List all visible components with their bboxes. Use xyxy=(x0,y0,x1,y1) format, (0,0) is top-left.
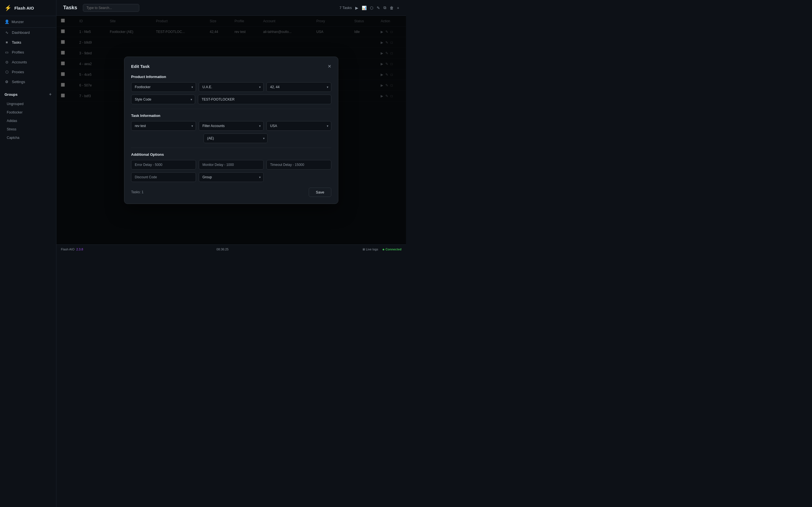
locale-spacer xyxy=(131,133,201,143)
modal-close-button[interactable]: ✕ xyxy=(327,64,331,69)
group-item-adidas[interactable]: Adidas xyxy=(0,117,56,125)
logo-icon: ⚡ xyxy=(4,4,11,11)
main-area: Tasks 7 Tasks ▶ 📊 ⬡ ✎ ⧉ 🗑 + ID Site Prod… xyxy=(56,0,406,253)
sidebar-item-accounts[interactable]: ⊙ Accounts xyxy=(0,57,56,67)
task-info-row1: rev test Filter Accounts USA xyxy=(131,121,331,131)
country-select[interactable]: USA xyxy=(266,121,331,131)
trash-icon[interactable]: 🗑 xyxy=(390,6,394,10)
sidebar-item-settings[interactable]: ⚙ Settings xyxy=(0,77,56,87)
tasks-icon: ≡ xyxy=(4,40,9,45)
group-item-captcha[interactable]: Captcha xyxy=(0,133,56,142)
edit-icon[interactable]: ✎ xyxy=(377,6,380,10)
proxies-icon: ⬡ xyxy=(4,70,9,74)
connected-status: Connected xyxy=(383,247,402,251)
modal-title: Edit Task xyxy=(131,64,150,69)
task-count: 7 Tasks xyxy=(340,6,352,10)
topbar: Tasks 7 Tasks ▶ 📊 ⬡ ✎ ⧉ 🗑 + xyxy=(56,0,406,16)
status-app-info: Flash AIO 2.3.8 xyxy=(61,247,83,251)
accounts-icon: ⊙ xyxy=(4,60,9,64)
profile-select[interactable]: rev test xyxy=(131,121,196,131)
region-select-wrapper: U.A.E. xyxy=(199,82,264,92)
sidebar-label-dashboard: Dashboard xyxy=(12,31,30,35)
site-select-wrapper: Footlocker xyxy=(131,82,196,92)
sidebar-item-tasks[interactable]: ≡ Tasks xyxy=(0,38,56,47)
size-select[interactable]: 42, 44 xyxy=(266,82,331,92)
site-select[interactable]: Footlocker xyxy=(131,82,196,92)
settings-icon: ⚙ xyxy=(4,80,9,84)
statusbar: Flash AIO 2.3.8 08:36:25 🖥 Live logs Con… xyxy=(56,244,406,253)
additional-options-row1 xyxy=(131,160,331,170)
dashboard-icon: ∿ xyxy=(4,31,9,35)
product-info-row1: Footlocker U.A.E. 42, 44 xyxy=(131,82,331,92)
tasks-count: Tasks: 1 xyxy=(131,190,144,194)
chart-icon[interactable]: 📊 xyxy=(362,6,366,10)
group-select[interactable]: Group xyxy=(199,172,264,182)
edit-task-modal: Edit Task ✕ Product Information Footlock… xyxy=(124,57,338,204)
sidebar-label-proxies: Proxies xyxy=(12,70,24,74)
error-delay-input[interactable] xyxy=(131,160,196,170)
style-code-select[interactable]: Style Code xyxy=(131,95,195,104)
sidebar-header: ⚡ Flash AIO xyxy=(0,0,56,16)
modal-footer: Tasks: 1 Save xyxy=(131,187,331,197)
discount-code-wrapper xyxy=(131,172,196,182)
search-input[interactable] xyxy=(83,4,139,12)
task-info-label: Task Information xyxy=(131,114,331,118)
additional-spacer xyxy=(266,172,331,182)
task-info-row2: (AE) xyxy=(131,133,331,143)
save-button[interactable]: Save xyxy=(309,187,331,197)
size-select-wrapper: 42, 44 xyxy=(266,82,331,92)
status-right: 🖥 Live logs Connected xyxy=(362,247,402,251)
locale-select[interactable]: (AE) xyxy=(204,133,267,143)
group-item-stress[interactable]: Stress xyxy=(0,125,56,133)
additional-options-label: Additional Options xyxy=(131,152,331,157)
style-code-input-wrapper xyxy=(198,95,331,104)
discount-code-input[interactable] xyxy=(131,172,196,182)
add-group-button[interactable]: + xyxy=(49,92,52,97)
product-info-row2: Style Code xyxy=(131,95,331,104)
profile-select-wrapper: rev test xyxy=(131,121,196,131)
content-area: ID Site Product Size Profile Account Pro… xyxy=(56,16,406,244)
app-name: Flash AIO xyxy=(14,6,34,10)
filter-accounts-select-wrapper: Filter Accounts xyxy=(199,121,264,131)
group-item-footlocker[interactable]: Footlocker xyxy=(0,108,56,117)
sidebar: ⚡ Flash AIO 👤 Munzer ∿ Dashboard ≡ Tasks… xyxy=(0,0,56,253)
topbar-right: 7 Tasks ▶ 📊 ⬡ ✎ ⧉ 🗑 + xyxy=(340,5,399,10)
profiles-icon: ▭ xyxy=(4,50,9,54)
user-icon: 👤 xyxy=(4,19,9,24)
monitor-delay-input[interactable] xyxy=(199,160,264,170)
country-select-wrapper: USA xyxy=(266,121,331,131)
group-select-wrapper: Group xyxy=(199,172,264,182)
status-app-name: Flash AIO xyxy=(61,247,74,251)
product-info-label: Product Information xyxy=(131,75,331,79)
copy-icon[interactable]: ⧉ xyxy=(384,5,386,10)
error-delay-wrapper xyxy=(131,160,196,170)
locale-select-wrapper: (AE) xyxy=(204,133,267,143)
modal-overlay: Edit Task ✕ Product Information Footlock… xyxy=(56,16,406,244)
sidebar-label-tasks: Tasks xyxy=(12,40,21,45)
play-all-icon[interactable]: ▶ xyxy=(355,6,358,10)
modal-header: Edit Task ✕ xyxy=(131,64,331,69)
sidebar-label-profiles: Profiles xyxy=(12,50,24,54)
sidebar-item-dashboard[interactable]: ∿ Dashboard xyxy=(0,27,56,38)
sidebar-label-accounts: Accounts xyxy=(12,60,27,64)
page-title: Tasks xyxy=(63,5,77,11)
monitor-delay-wrapper xyxy=(199,160,264,170)
filter-accounts-select[interactable]: Filter Accounts xyxy=(199,121,264,131)
group-item-ungrouped[interactable]: Ungrouped xyxy=(0,100,56,108)
status-version: 2.3.8 xyxy=(76,247,83,251)
timeout-delay-input[interactable] xyxy=(266,160,331,170)
status-time: 08:36:25 xyxy=(216,247,229,251)
groups-title: Groups xyxy=(4,93,17,97)
additional-options-row2: Group xyxy=(131,172,331,182)
user-name: Munzer xyxy=(11,20,24,24)
region-select[interactable]: U.A.E. xyxy=(199,82,264,92)
add-task-icon[interactable]: + xyxy=(397,6,399,10)
cube-icon[interactable]: ⬡ xyxy=(370,6,373,10)
live-logs-button[interactable]: 🖥 Live logs xyxy=(362,247,378,251)
sidebar-label-settings: Settings xyxy=(12,80,25,84)
user-row: 👤 Munzer xyxy=(0,16,56,27)
sidebar-item-profiles[interactable]: ▭ Profiles xyxy=(0,47,56,57)
style-code-input[interactable] xyxy=(198,95,331,104)
sidebar-item-proxies[interactable]: ⬡ Proxies xyxy=(0,67,56,77)
timeout-delay-wrapper xyxy=(266,160,331,170)
